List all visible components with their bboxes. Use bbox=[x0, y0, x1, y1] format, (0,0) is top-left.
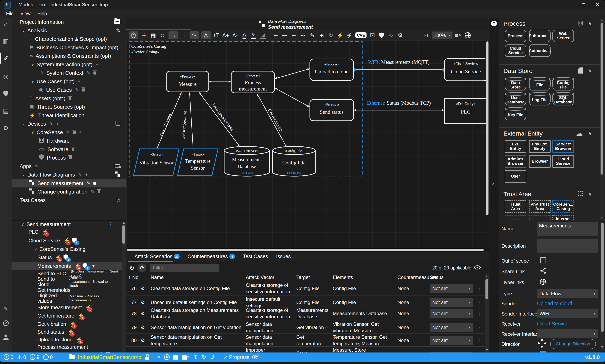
checks-count[interactable]: ✓9 bbox=[30, 354, 40, 360]
table-row[interactable]: 79 ⚙ Sensor data manipulation on Get vib… bbox=[126, 321, 485, 334]
stencil-admins-browser[interactable]: Admin's Browser bbox=[505, 155, 526, 168]
tab-issues[interactable]: Issues bbox=[276, 254, 291, 259]
tree-item-coresense[interactable]: ∨ CoreSense ✎ + bbox=[12, 128, 126, 137]
sort-column-header[interactable]: ↑ No. bbox=[126, 274, 141, 280]
collapse-icon[interactable]: ∧ bbox=[588, 68, 592, 74]
feedback-icon[interactable]: ✎ bbox=[0, 303, 12, 315]
stencil-microcontroller[interactable]: Microcon... bbox=[529, 215, 550, 220]
explorer-scrollbar[interactable]: ▲ bbox=[122, 221, 126, 352]
warnings-count[interactable]: ⚠0 bbox=[17, 354, 26, 361]
fill-color-icon[interactable]: ◪ bbox=[260, 31, 266, 39]
flow-label-measurements[interactable]: WiFi: Measurements (MQTT) bbox=[368, 59, 429, 65]
name-field[interactable]: Measurements bbox=[537, 222, 598, 236]
edit-icon[interactable]: ✎ bbox=[87, 70, 90, 76]
stencil-authenticator[interactable]: Authentic... bbox=[529, 44, 550, 57]
explorer-item-get-temperature[interactable]: Get temperature ⚡1 bbox=[12, 312, 126, 320]
trash-icon[interactable] bbox=[69, 97, 71, 100]
scribble-icon[interactable]: ∿ bbox=[387, 31, 394, 39]
row-menu-icon[interactable]: ⋮ bbox=[477, 338, 485, 343]
collapse-icon[interactable]: ∧ bbox=[588, 130, 592, 136]
filter-input[interactable] bbox=[150, 264, 219, 272]
table-row[interactable]: 76 ⚙ Cleartext data storage on Config Fi… bbox=[126, 281, 485, 296]
font-decrease-icon[interactable]: A- bbox=[232, 31, 238, 39]
tree-item-system-interaction[interactable]: ∨ System Interaction (opt) + bbox=[12, 60, 126, 69]
notes-icon[interactable]: ≡ bbox=[157, 354, 160, 360]
edit-icon[interactable]: ✎ bbox=[66, 130, 70, 135]
chevron-down-icon[interactable]: ∨ bbox=[31, 62, 34, 67]
edit-icon[interactable]: ✎ bbox=[87, 181, 90, 186]
chevron-down-icon[interactable]: ∨ bbox=[31, 79, 34, 84]
explorer-item-coresense-casing[interactable]: ∨ CoreSense's Casing bbox=[12, 245, 126, 253]
status-dropdown[interactable]: Not set▾ bbox=[430, 336, 473, 345]
scroll-thumb[interactable] bbox=[485, 279, 488, 299]
tree-item-assets[interactable]: Ξ Assets (opt*) bbox=[12, 94, 126, 103]
history-icon[interactable]: ↺ bbox=[210, 354, 215, 361]
save-as-icon[interactable]: ✎ bbox=[182, 355, 190, 360]
palette-scrollbar[interactable]: ▲ ▼ bbox=[600, 18, 604, 220]
add-icon[interactable]: + bbox=[78, 79, 81, 84]
tree-item-hardware[interactable]: Hardware bbox=[12, 137, 126, 145]
chevron-down-icon[interactable]: ∨ bbox=[22, 28, 25, 33]
stencil-browser[interactable]: Browser bbox=[529, 155, 550, 168]
add-image-icon[interactable]: ⊞ bbox=[318, 31, 325, 39]
help-icon[interactable]: ? bbox=[0, 317, 12, 329]
shield-icon[interactable] bbox=[0, 88, 12, 100]
table-row[interactable]: 77 ⚙ Unsecure default settings on Config… bbox=[126, 296, 485, 306]
notes-icon[interactable]: ≡✎ bbox=[455, 31, 462, 39]
regenerate-icon[interactable]: ⟳ bbox=[138, 263, 146, 272]
section-external-entity[interactable]: External Entity bbox=[503, 130, 542, 137]
cve-icon[interactable]: CVE bbox=[355, 31, 367, 39]
explorer-item-status[interactable]: Status ⚡6 1 bbox=[12, 253, 126, 262]
stencil-phy-ext-entity[interactable]: Phy Ext. Entity bbox=[529, 140, 550, 153]
trash-icon[interactable] bbox=[72, 148, 74, 151]
stencil-phy-trust-area[interactable]: Phy Trust Area bbox=[529, 200, 550, 213]
tree-item-assumptions[interactable]: ∞ Assumptions & Constraints (opt) bbox=[12, 52, 126, 60]
tree-item-use-cases-group[interactable]: ∨ Use Cases (opt) + bbox=[12, 77, 126, 86]
tree-item-analysis[interactable]: ∨ Analysis ✎ bbox=[12, 26, 126, 35]
stencil-key-file[interactable]: Key File bbox=[505, 108, 526, 120]
canvas-horizontal-scrollbar[interactable] bbox=[127, 249, 484, 251]
home-icon[interactable]: ⌂ bbox=[0, 18, 12, 30]
row-menu-icon[interactable]: ⋮ bbox=[477, 325, 485, 330]
stencil-coresense-casing[interactable]: CoreSen... Casing bbox=[552, 200, 574, 213]
gear-icon[interactable]: ⚙ bbox=[0, 122, 12, 134]
scroll-up-arrow[interactable]: ▲ bbox=[485, 275, 489, 278]
shield-tool-icon[interactable] bbox=[378, 31, 385, 39]
out-of-scope-checkbox[interactable] bbox=[540, 257, 546, 263]
flow-send-to-cloud[interactable] bbox=[275, 69, 310, 79]
stencil-pcb[interactable]: PCB bbox=[505, 215, 526, 220]
col-name[interactable]: Name bbox=[151, 274, 246, 280]
unlock-icon[interactable] bbox=[145, 354, 149, 360]
edit-icon[interactable]: ✎ bbox=[91, 189, 94, 194]
trash-icon[interactable] bbox=[98, 190, 100, 193]
stencil-file[interactable]: File bbox=[529, 78, 550, 91]
font-style-icon[interactable]: tT bbox=[213, 31, 220, 39]
edit-icon[interactable]: ✎ bbox=[49, 121, 53, 127]
explorer-item-measurements[interactable]: Measurements ⚡6 1 ▼ bbox=[12, 262, 126, 270]
stencil-cloud-service[interactable]: Cloud Service bbox=[505, 44, 526, 57]
stencil-internet-area[interactable]: Internet Area bbox=[552, 215, 574, 220]
grid-toggle-icon[interactable]: ▦ bbox=[150, 31, 157, 39]
receiver-interface-select[interactable]: ▾ bbox=[537, 329, 598, 338]
close-button[interactable]: ✕ bbox=[594, 1, 601, 8]
zoom-select[interactable]: 100%▾ bbox=[432, 31, 452, 39]
dashboard-icon[interactable]: ▥ bbox=[0, 35, 12, 47]
tree-item-characterization[interactable]: ≡ Characterization & Scope (opt) bbox=[12, 35, 126, 43]
tab-countermeasures[interactable]: Countermeasures 4 bbox=[188, 254, 235, 259]
tree-item-devices[interactable]: ∨ Devices ✎ + bbox=[12, 120, 126, 128]
explorer-item-get-thersholds[interactable]: Get thersholds bbox=[12, 287, 126, 293]
snap-toggle-icon[interactable]: ∷ bbox=[159, 31, 166, 39]
stencil-data-store[interactable]: Data Store bbox=[505, 78, 526, 91]
trash-icon[interactable] bbox=[94, 182, 96, 185]
connector-icon[interactable]: ⊶ bbox=[272, 31, 278, 39]
globe-icon[interactable] bbox=[464, 31, 471, 39]
save-icon[interactable] bbox=[173, 355, 178, 360]
project-folder-icon[interactable] bbox=[114, 19, 120, 25]
menu-file[interactable]: File bbox=[6, 11, 14, 16]
tree-item-business-objectives[interactable]: ⚑ Business Objectives & Impact (opt) bbox=[12, 43, 126, 52]
add-icon[interactable]: + bbox=[96, 62, 98, 67]
explorer-item-upload-to-cloud[interactable]: Upload to cloud ⚡6 bbox=[12, 336, 126, 343]
font-color-icon[interactable]: A bbox=[241, 31, 248, 39]
eye-icon[interactable] bbox=[474, 265, 481, 270]
menu-view[interactable]: View bbox=[20, 11, 30, 16]
